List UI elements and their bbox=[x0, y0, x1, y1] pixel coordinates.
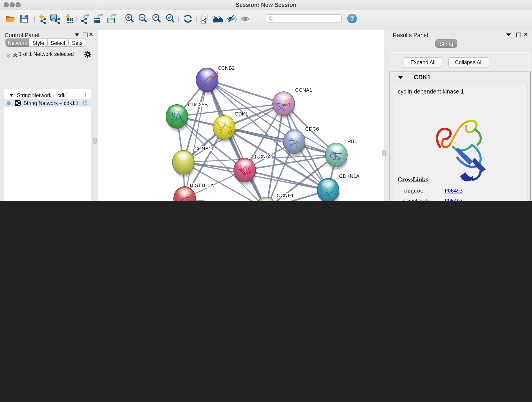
network-list: String Network – cdk1 1 String Network –… bbox=[4, 89, 91, 201]
panel-menu-icon[interactable] bbox=[506, 33, 511, 36]
float-panel-icon[interactable] bbox=[516, 32, 521, 37]
export-image-button[interactable] bbox=[106, 13, 117, 24]
close-panel-icon[interactable]: ✕ bbox=[89, 32, 93, 38]
network-node-label-CDC6: CDC6 bbox=[305, 126, 319, 132]
network-collection-label: String Network – cdk1 bbox=[17, 92, 69, 98]
panel-menu-icon[interactable] bbox=[75, 33, 79, 36]
results-buttons-box: Expand All Collapse All bbox=[390, 52, 530, 72]
import-network-from-database-button[interactable] bbox=[50, 13, 60, 24]
zoom-in-button[interactable] bbox=[124, 13, 135, 24]
network-node-label-CCNE1: CCNE1 bbox=[277, 192, 294, 198]
network-edge[interactable] bbox=[185, 198, 266, 201]
results-panel-title: Results Panel bbox=[393, 32, 428, 38]
node-gloss bbox=[276, 93, 291, 102]
right-panel-divider-handle[interactable] bbox=[382, 150, 386, 156]
protein-structure-image bbox=[430, 103, 494, 194]
network-collection-row[interactable]: String Network – cdk1 1 bbox=[4, 91, 91, 99]
hide-glass-eye-button[interactable] bbox=[226, 13, 237, 24]
results-panel: Results Panel ✕ String Expand All Collap… bbox=[387, 28, 532, 201]
string-network-icon bbox=[15, 100, 21, 106]
help-button[interactable]: ? bbox=[347, 14, 357, 23]
node-gloss bbox=[200, 70, 215, 78]
export-network-button[interactable] bbox=[80, 13, 91, 24]
toolbar-separator bbox=[178, 13, 179, 25]
node-gloss bbox=[177, 188, 192, 197]
network-node-label-CCNB2: CCNB2 bbox=[218, 65, 235, 71]
search-icon bbox=[268, 16, 273, 21]
network-canvas[interactable]: CCNB2CCNA1CDC25BCDK1CDC6RB1CCNB1CCNA2CDK… bbox=[98, 30, 384, 201]
network-node-label-CDKN1A: CDKN1A bbox=[339, 173, 360, 179]
network-node-label-CCNA2: CCNA2 bbox=[255, 153, 272, 159]
gene-name: CDK1 bbox=[414, 74, 431, 81]
show-eye-button[interactable] bbox=[240, 13, 251, 24]
tab-sets[interactable]: Sets bbox=[69, 38, 86, 47]
toolbar-separator bbox=[76, 13, 76, 25]
network-node-label-CDK1: CDK1 bbox=[234, 111, 248, 117]
export-table-button[interactable] bbox=[93, 13, 104, 24]
node-gloss bbox=[217, 117, 231, 126]
string-import-button[interactable] bbox=[199, 13, 210, 24]
save-session-button[interactable] bbox=[19, 13, 30, 24]
network-node-CDK1[interactable]: CDK1 bbox=[213, 111, 248, 142]
titlebar: Session: New Session bbox=[0, 0, 532, 10]
network-node-label-CCNA1: CCNA1 bbox=[295, 87, 312, 93]
close-panel-icon[interactable]: ✕ bbox=[524, 32, 528, 38]
string-home-button[interactable] bbox=[213, 13, 224, 24]
tab-select[interactable]: Select bbox=[48, 38, 69, 47]
network-row-label: String Network – cdk1 bbox=[23, 100, 75, 106]
network-node-label-HIST1H1A: HIST1H1A bbox=[190, 182, 214, 188]
network-edge[interactable] bbox=[185, 80, 207, 198]
window-title: Session: New Session bbox=[0, 2, 532, 8]
cytoscape-window: Session: New Session bbox=[0, 0, 532, 201]
crosslink-label: GeneCard: bbox=[403, 197, 429, 201]
import-table-button[interactable] bbox=[63, 13, 74, 24]
zoom-fit-button[interactable] bbox=[151, 13, 162, 24]
crosslink-uniprot-link[interactable]: P06493 bbox=[444, 187, 462, 194]
float-panel-icon[interactable] bbox=[83, 32, 88, 37]
refresh-button[interactable] bbox=[182, 13, 193, 24]
crosslink-genecard-link[interactable]: P06493 bbox=[444, 197, 462, 201]
expand-all-button[interactable]: Expand All bbox=[404, 57, 442, 67]
control-panel-title: Control Panel bbox=[5, 32, 39, 38]
collapse-all-button[interactable]: Collapse All bbox=[448, 57, 489, 67]
toolbar-search[interactable] bbox=[266, 14, 342, 23]
tab-string-results[interactable]: String bbox=[435, 39, 457, 48]
main-toolbar: ? bbox=[0, 10, 532, 28]
node-gloss bbox=[287, 131, 302, 140]
edge-count: 48 bbox=[82, 100, 88, 106]
toolbar-separator bbox=[34, 13, 35, 25]
left-panel-divider-handle[interactable] bbox=[93, 138, 97, 144]
network-node-CCNA1[interactable]: CCNA1 bbox=[273, 87, 312, 118]
network-node-RB1[interactable]: RB1 bbox=[325, 138, 357, 170]
node-gloss bbox=[170, 106, 184, 115]
entry-collapse-icon[interactable] bbox=[398, 76, 403, 79]
tab-style[interactable]: Style bbox=[29, 38, 48, 47]
network-node-label-RB1: RB1 bbox=[347, 138, 357, 144]
network-row-selected[interactable]: String Network – cdk1 11 48 bbox=[4, 99, 91, 107]
network-node-CCNB2[interactable]: CCNB2 bbox=[196, 65, 235, 95]
network-edge[interactable] bbox=[207, 80, 284, 104]
crosslink-label: Uniprot: bbox=[403, 187, 423, 194]
collapse-triangle-icon[interactable] bbox=[10, 94, 13, 96]
string-entry-box: CDK1 cyclin-dependent kinase 1 bbox=[389, 71, 531, 201]
control-panel: Control Panel ✕ Network Style Select Set… bbox=[0, 28, 93, 201]
network-options-gear-icon[interactable] bbox=[84, 51, 91, 58]
node-count: 11 bbox=[73, 100, 79, 106]
search-input[interactable] bbox=[273, 15, 335, 22]
results-vertical-scrollbar[interactable] bbox=[523, 85, 526, 201]
tab-network[interactable]: Network bbox=[6, 38, 29, 47]
gene-description: cyclin-dependent kinase 1 bbox=[398, 89, 464, 95]
collection-count: 1 bbox=[84, 92, 87, 98]
zoom-out-button[interactable] bbox=[138, 13, 148, 24]
network-node-CDKN1A[interactable]: CDKN1A bbox=[317, 173, 360, 201]
import-network-button[interactable] bbox=[36, 13, 47, 24]
network-node-label-CCNB1: CCNB1 bbox=[194, 146, 211, 152]
network-node-HIST1H1A[interactable]: HIST1H1A bbox=[174, 182, 214, 201]
network-graph[interactable]: CCNB2CCNA1CDC25BCDK1CDC6RB1CCNB1CCNA2CDK… bbox=[98, 30, 384, 201]
open-session-button[interactable] bbox=[5, 13, 16, 24]
zoom-selected-button[interactable] bbox=[165, 13, 176, 24]
toolbar-separator bbox=[121, 13, 121, 25]
node-gloss bbox=[176, 152, 191, 161]
node-gloss bbox=[321, 180, 336, 189]
node-gloss bbox=[237, 160, 252, 168]
